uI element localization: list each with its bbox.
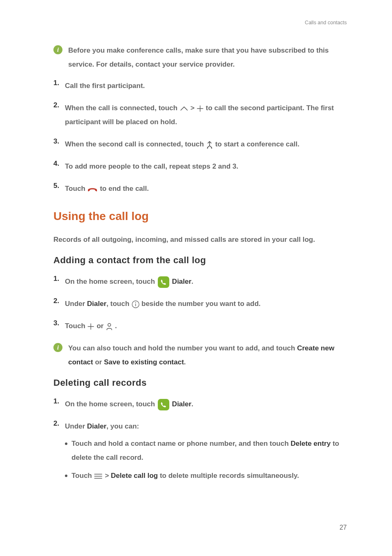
text: Touch	[65, 322, 87, 330]
info-icon: i	[53, 343, 62, 352]
svg-point-5	[108, 323, 111, 326]
step-body: To add more people to the call, repeat s…	[65, 160, 347, 174]
end-call-icon	[87, 186, 98, 192]
step-body: When the second call is connected, touch…	[65, 137, 347, 151]
bullet-icon	[65, 475, 67, 477]
step-5: 5. Touch to end the call.	[53, 182, 347, 196]
content: i Before you make conference calls, make…	[53, 44, 347, 483]
step-body: Call the first participant.	[65, 79, 347, 93]
step-number: 3.	[53, 137, 63, 146]
bullet-delete-entry: Touch and hold a contact name or phone n…	[65, 437, 347, 465]
text: On the home screen, touch	[65, 278, 157, 285]
step-body: Under Dialer, you can:	[65, 419, 347, 433]
step-number: 1.	[53, 275, 63, 283]
info-icon: i	[53, 45, 62, 54]
step-body: When the call is connected, touch > to c…	[65, 101, 347, 129]
text: When the second call is connected, touch	[65, 140, 206, 148]
add-step-2: 2. Under Dialer, touch beside the number…	[53, 297, 347, 311]
text: to delete multiple records simultaneousl…	[158, 472, 299, 480]
step-3: 3. When the second call is connected, to…	[53, 137, 347, 151]
text: On the home screen, touch	[65, 400, 157, 408]
step-number: 2.	[53, 297, 63, 305]
heading-deleting-records: Deleting call records	[53, 378, 347, 388]
add-step-1: 1. On the home screen, touch Dialer.	[53, 275, 347, 289]
dialer-label: Dialer	[172, 400, 191, 408]
bullet-icon	[65, 442, 67, 445]
merge-calls-icon	[206, 140, 213, 149]
text: or	[97, 322, 106, 330]
dialer-label: Dialer	[87, 300, 106, 308]
step-body: On the home screen, touch Dialer.	[65, 275, 347, 289]
text: Touch	[71, 472, 94, 480]
step-number: 1.	[53, 79, 63, 87]
text: beside the number you want to add.	[141, 300, 261, 308]
delete-entry-label: Delete entry	[291, 440, 330, 447]
text: >	[190, 104, 196, 112]
add-step-3: 3. Touch or .	[53, 319, 347, 333]
svg-point-0	[207, 147, 208, 148]
menu-icon	[94, 473, 103, 480]
text: .	[191, 400, 194, 408]
step-number: 1.	[53, 397, 63, 405]
bullet-delete-log: Touch > Delete call log to delete multip…	[65, 469, 347, 483]
save-existing-contact-label: Save to existing contact	[104, 358, 184, 366]
dialer-label: Dialer	[172, 278, 191, 285]
text: .	[115, 322, 117, 330]
note-text: Before you make conference calls, make s…	[68, 44, 347, 72]
step-number: 2.	[53, 101, 63, 109]
bullet-body: Touch and hold a contact name or phone n…	[71, 437, 347, 465]
step-body: Under Dialer, touch beside the number yo…	[65, 297, 347, 311]
svg-point-3	[135, 302, 136, 303]
step-2: 2. When the call is connected, touch > t…	[53, 101, 347, 129]
page: Calls and contacts i Before you make con…	[0, 0, 392, 556]
dialer-app-icon	[158, 399, 169, 410]
bullet-body: Touch > Delete call log to delete multip…	[71, 469, 347, 483]
text: to end the call.	[100, 185, 149, 192]
text: .	[184, 358, 186, 366]
plus-icon	[196, 105, 204, 112]
step-number: 5.	[53, 182, 63, 190]
chevron-up-icon	[180, 105, 189, 112]
svg-rect-4	[135, 303, 136, 306]
text: >	[105, 472, 111, 480]
step-1: 1. Call the first participant.	[53, 79, 347, 93]
step-body: Touch to end the call.	[65, 182, 347, 196]
person-icon	[106, 322, 113, 331]
text: Touch and hold a contact name or phone n…	[71, 440, 291, 447]
step-number: 3.	[53, 319, 63, 327]
dialer-app-icon	[158, 276, 169, 288]
heading-adding-contact: Adding a contact from the call log	[53, 255, 347, 266]
text: , you can:	[106, 422, 139, 430]
dialer-label: Dialer	[87, 422, 106, 430]
text: Under	[65, 300, 87, 308]
svg-point-1	[211, 147, 212, 148]
text: , touch	[106, 300, 131, 308]
text: Under	[65, 422, 87, 430]
text: Touch	[65, 185, 87, 192]
intro-text: Records of all outgoing, incoming, and m…	[53, 233, 347, 247]
step-number: 2.	[53, 419, 63, 428]
del-step-1: 1. On the home screen, touch Dialer.	[53, 397, 347, 411]
note-touch-hold: i You can also touch and hold the number…	[53, 341, 347, 369]
text: When the call is connected, touch	[65, 104, 180, 112]
text: You can also touch and hold the number y…	[68, 344, 297, 352]
header-section: Calls and contacts	[305, 20, 347, 25]
text: or	[95, 358, 104, 366]
note-text: You can also touch and hold the number y…	[68, 341, 347, 369]
step-4: 4. To add more people to the call, repea…	[53, 160, 347, 174]
note-conference: i Before you make conference calls, make…	[53, 44, 347, 72]
step-number: 4.	[53, 160, 63, 168]
del-step-2: 2. Under Dialer, you can:	[53, 419, 347, 433]
page-number: 27	[339, 524, 347, 531]
text: to start a conference call.	[215, 140, 300, 148]
step-body: On the home screen, touch Dialer.	[65, 397, 347, 411]
step-body: Touch or .	[65, 319, 347, 333]
plus-icon	[87, 323, 95, 330]
heading-using-call-log: Using the call log	[53, 210, 347, 223]
delete-call-log-label: Delete call log	[111, 472, 158, 480]
info-circle-icon	[131, 300, 140, 308]
text: .	[191, 278, 194, 285]
